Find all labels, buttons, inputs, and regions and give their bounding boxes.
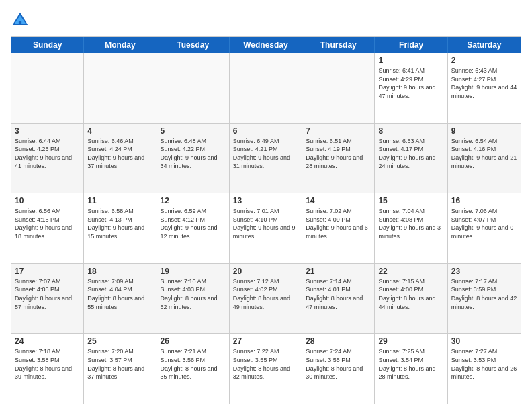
day-cell-4: 4Sunrise: 6:46 AMSunset: 4:24 PMDaylight…	[84, 124, 157, 193]
header-day-saturday: Saturday	[448, 37, 521, 53]
day-info: Sunrise: 7:14 AMSunset: 4:01 PMDaylight:…	[306, 277, 371, 311]
day-info: Sunrise: 6:59 AMSunset: 4:12 PMDaylight:…	[161, 207, 226, 240]
day-info: Sunrise: 6:41 AMSunset: 4:29 PMDaylight:…	[378, 66, 443, 100]
day-cell-14: 14Sunrise: 7:02 AMSunset: 4:09 PMDayligh…	[302, 193, 375, 263]
day-info: Sunrise: 7:25 AMSunset: 3:54 PMDaylight:…	[378, 347, 443, 381]
logo	[11, 11, 32, 30]
day-cell-13: 13Sunrise: 7:01 AMSunset: 4:10 PMDayligh…	[230, 193, 302, 263]
day-number: 29	[378, 336, 443, 346]
day-cell-26: 26Sunrise: 7:21 AMSunset: 3:56 PMDayligh…	[157, 334, 230, 404]
day-info: Sunrise: 7:01 AMSunset: 4:10 PMDaylight:…	[233, 207, 298, 240]
day-info: Sunrise: 6:49 AMSunset: 4:21 PMDaylight:…	[233, 137, 298, 171]
day-info: Sunrise: 6:58 AMSunset: 4:13 PMDaylight:…	[87, 207, 152, 240]
day-info: Sunrise: 7:10 AMSunset: 4:03 PMDaylight:…	[161, 277, 226, 311]
header	[11, 11, 521, 30]
day-cell-12: 12Sunrise: 6:59 AMSunset: 4:12 PMDayligh…	[157, 193, 230, 263]
day-number: 18	[87, 267, 152, 276]
day-cell-21: 21Sunrise: 7:14 AMSunset: 4:01 PMDayligh…	[302, 264, 375, 334]
day-number: 9	[451, 126, 517, 136]
day-number: 26	[161, 336, 226, 346]
week-row-2: 3Sunrise: 6:44 AMSunset: 4:25 PMDaylight…	[11, 124, 521, 194]
day-cell-11: 11Sunrise: 6:58 AMSunset: 4:13 PMDayligh…	[84, 193, 157, 263]
calendar: SundayMondayTuesdayWednesdayThursdayFrid…	[11, 36, 521, 404]
day-info: Sunrise: 7:15 AMSunset: 4:00 PMDaylight:…	[378, 277, 443, 311]
empty-cell	[157, 53, 230, 123]
empty-cell	[230, 53, 302, 123]
day-info: Sunrise: 7:07 AMSunset: 4:05 PMDaylight:…	[15, 277, 80, 311]
day-number: 8	[378, 126, 443, 136]
day-number: 21	[306, 267, 371, 276]
day-number: 10	[15, 196, 80, 205]
day-cell-28: 28Sunrise: 7:24 AMSunset: 3:55 PMDayligh…	[302, 334, 375, 404]
day-number: 15	[378, 196, 443, 205]
day-number: 5	[161, 126, 226, 136]
day-number: 7	[306, 126, 371, 136]
day-cell-24: 24Sunrise: 7:18 AMSunset: 3:58 PMDayligh…	[11, 334, 84, 404]
week-row-3: 10Sunrise: 6:56 AMSunset: 4:15 PMDayligh…	[11, 193, 521, 264]
day-number: 24	[15, 336, 80, 346]
day-cell-23: 23Sunrise: 7:17 AMSunset: 3:59 PMDayligh…	[448, 264, 521, 334]
day-info: Sunrise: 6:56 AMSunset: 4:15 PMDaylight:…	[15, 207, 80, 240]
day-cell-3: 3Sunrise: 6:44 AMSunset: 4:25 PMDaylight…	[11, 124, 84, 193]
day-cell-6: 6Sunrise: 6:49 AMSunset: 4:21 PMDaylight…	[230, 124, 302, 193]
day-cell-15: 15Sunrise: 7:04 AMSunset: 4:08 PMDayligh…	[375, 193, 447, 263]
day-number: 16	[451, 196, 517, 205]
header-day-thursday: Thursday	[302, 37, 375, 53]
day-cell-5: 5Sunrise: 6:48 AMSunset: 4:22 PMDaylight…	[157, 124, 230, 193]
day-cell-7: 7Sunrise: 6:51 AMSunset: 4:19 PMDaylight…	[302, 124, 375, 193]
day-info: Sunrise: 7:24 AMSunset: 3:55 PMDaylight:…	[306, 347, 371, 381]
day-number: 4	[87, 126, 152, 136]
day-info: Sunrise: 7:12 AMSunset: 4:02 PMDaylight:…	[233, 277, 298, 311]
day-cell-16: 16Sunrise: 7:06 AMSunset: 4:07 PMDayligh…	[448, 193, 521, 263]
day-info: Sunrise: 7:17 AMSunset: 3:59 PMDaylight:…	[451, 277, 517, 311]
day-cell-19: 19Sunrise: 7:10 AMSunset: 4:03 PMDayligh…	[157, 264, 230, 334]
calendar-body: 1Sunrise: 6:41 AMSunset: 4:29 PMDaylight…	[11, 53, 521, 404]
empty-cell	[11, 53, 84, 123]
header-day-monday: Monday	[84, 37, 157, 53]
day-number: 3	[15, 126, 80, 136]
calendar-header: SundayMondayTuesdayWednesdayThursdayFrid…	[11, 37, 521, 53]
day-info: Sunrise: 6:51 AMSunset: 4:19 PMDaylight:…	[306, 137, 371, 171]
day-number: 19	[161, 267, 226, 276]
day-info: Sunrise: 6:44 AMSunset: 4:25 PMDaylight:…	[15, 137, 80, 171]
day-info: Sunrise: 6:54 AMSunset: 4:16 PMDaylight:…	[451, 137, 517, 171]
empty-cell	[302, 53, 375, 123]
day-info: Sunrise: 7:09 AMSunset: 4:04 PMDaylight:…	[87, 277, 152, 311]
empty-cell	[84, 53, 157, 123]
day-cell-2: 2Sunrise: 6:43 AMSunset: 4:27 PMDaylight…	[448, 53, 521, 123]
header-day-wednesday: Wednesday	[230, 37, 302, 53]
day-cell-22: 22Sunrise: 7:15 AMSunset: 4:00 PMDayligh…	[375, 264, 447, 334]
day-info: Sunrise: 7:04 AMSunset: 4:08 PMDaylight:…	[378, 207, 443, 240]
day-number: 12	[161, 196, 226, 205]
day-number: 11	[87, 196, 152, 205]
day-cell-29: 29Sunrise: 7:25 AMSunset: 3:54 PMDayligh…	[375, 334, 447, 404]
day-number: 20	[233, 267, 298, 276]
week-row-4: 17Sunrise: 7:07 AMSunset: 4:05 PMDayligh…	[11, 264, 521, 334]
day-info: Sunrise: 6:53 AMSunset: 4:17 PMDaylight:…	[378, 137, 443, 171]
day-number: 30	[451, 336, 517, 346]
day-cell-20: 20Sunrise: 7:12 AMSunset: 4:02 PMDayligh…	[230, 264, 302, 334]
day-info: Sunrise: 7:27 AMSunset: 3:53 PMDaylight:…	[451, 347, 517, 381]
week-row-1: 1Sunrise: 6:41 AMSunset: 4:29 PMDaylight…	[11, 53, 521, 124]
day-cell-17: 17Sunrise: 7:07 AMSunset: 4:05 PMDayligh…	[11, 264, 84, 334]
day-info: Sunrise: 7:02 AMSunset: 4:09 PMDaylight:…	[306, 207, 371, 240]
day-cell-1: 1Sunrise: 6:41 AMSunset: 4:29 PMDaylight…	[375, 53, 447, 123]
day-info: Sunrise: 7:06 AMSunset: 4:07 PMDaylight:…	[451, 207, 517, 240]
day-info: Sunrise: 7:18 AMSunset: 3:58 PMDaylight:…	[15, 347, 80, 381]
day-cell-30: 30Sunrise: 7:27 AMSunset: 3:53 PMDayligh…	[448, 334, 521, 404]
day-number: 27	[233, 336, 298, 346]
day-info: Sunrise: 7:20 AMSunset: 3:57 PMDaylight:…	[87, 347, 152, 381]
logo-icon	[11, 11, 30, 30]
day-number: 6	[233, 126, 298, 136]
day-number: 22	[378, 267, 443, 276]
page: SundayMondayTuesdayWednesdayThursdayFrid…	[0, 0, 532, 411]
day-info: Sunrise: 7:21 AMSunset: 3:56 PMDaylight:…	[161, 347, 226, 381]
day-info: Sunrise: 6:46 AMSunset: 4:24 PMDaylight:…	[87, 137, 152, 171]
day-cell-25: 25Sunrise: 7:20 AMSunset: 3:57 PMDayligh…	[84, 334, 157, 404]
day-number: 2	[451, 56, 517, 65]
day-info: Sunrise: 6:43 AMSunset: 4:27 PMDaylight:…	[451, 66, 517, 100]
day-cell-10: 10Sunrise: 6:56 AMSunset: 4:15 PMDayligh…	[11, 193, 84, 263]
day-cell-27: 27Sunrise: 7:22 AMSunset: 3:55 PMDayligh…	[230, 334, 302, 404]
week-row-5: 24Sunrise: 7:18 AMSunset: 3:58 PMDayligh…	[11, 334, 521, 404]
svg-rect-2	[19, 21, 21, 25]
